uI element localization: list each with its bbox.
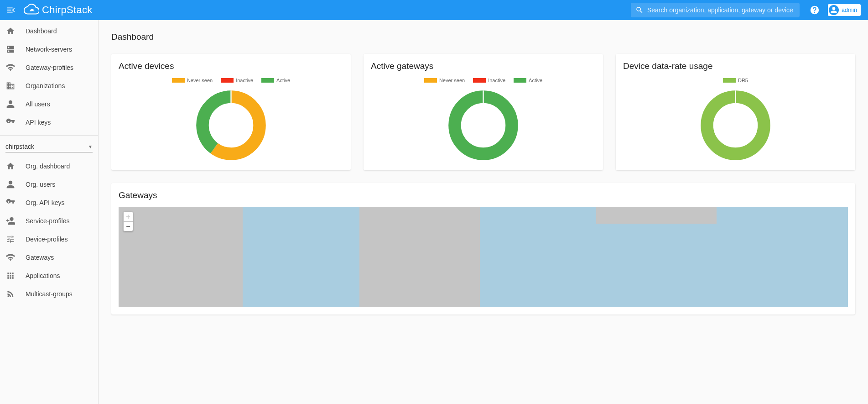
- data-rate-chart: [698, 88, 773, 163]
- sidebar-item-label: Applications: [26, 272, 60, 279]
- sidebar-item-all-users[interactable]: All users: [0, 95, 98, 113]
- legend-swatch: [723, 78, 736, 83]
- active-devices-card: Active devices Never seenInactiveActive: [111, 54, 351, 170]
- card-title: Gateways: [119, 190, 848, 200]
- brand-name: ChirpStack: [42, 4, 93, 16]
- sidebar-item-label: All users: [26, 100, 50, 108]
- card-title: Active devices: [119, 61, 343, 71]
- sidebar-item-applications[interactable]: Applications: [0, 267, 98, 285]
- svg-point-5: [707, 97, 764, 154]
- legend-label: Active: [529, 78, 542, 83]
- wifi-icon: [5, 63, 16, 72]
- legend-item: Active: [261, 78, 290, 83]
- gateways-map[interactable]: + −: [119, 207, 848, 307]
- zoom-in-button[interactable]: +: [123, 211, 133, 221]
- sidebar-item-label: Org. API keys: [26, 199, 65, 206]
- legend-label: Inactive: [488, 78, 505, 83]
- sidebar-item-dashboard[interactable]: Dashboard: [0, 22, 98, 40]
- legend-swatch: [172, 78, 185, 83]
- legend-label: Active: [276, 78, 290, 83]
- person-add-icon: [5, 216, 16, 226]
- legend-item: Never seen: [424, 78, 465, 83]
- sidebar-item-organizations[interactable]: Organizations: [0, 77, 98, 95]
- legend-label: DR5: [738, 78, 748, 83]
- org-selector[interactable]: chirpstack ▼: [0, 137, 98, 155]
- sidebar: DashboardNetwork-serversGateway-profiles…: [0, 20, 99, 404]
- sidebar-item-org-users[interactable]: Org. users: [0, 175, 98, 194]
- sidebar-item-org-dashboard[interactable]: Org. dashboard: [0, 157, 98, 175]
- person-icon: [5, 100, 16, 109]
- legend-swatch: [221, 78, 234, 83]
- rss-icon: [5, 289, 16, 299]
- tune-icon: [5, 235, 16, 244]
- legend-swatch: [514, 78, 526, 83]
- user-avatar-icon: [829, 5, 839, 15]
- sidebar-item-gateways[interactable]: Gateways: [0, 248, 98, 267]
- search-field[interactable]: [631, 3, 800, 17]
- page-title: Dashboard: [111, 32, 855, 42]
- org-selector-value: chirpstack: [5, 143, 34, 150]
- sidebar-item-org-api-keys[interactable]: Org. API keys: [0, 194, 98, 212]
- sidebar-divider: [0, 135, 98, 136]
- data-rate-card: Device data-rate usage DR5: [616, 54, 855, 170]
- user-chip[interactable]: admin: [828, 4, 861, 16]
- legend-swatch: [473, 78, 486, 83]
- legend-label: Never seen: [439, 78, 465, 83]
- gateways-map-card: Gateways + −: [111, 183, 855, 315]
- chart-legend: Never seenInactiveActive: [371, 78, 596, 83]
- home-icon: [5, 162, 16, 171]
- chart-legend: DR5: [623, 78, 848, 83]
- legend-label: Inactive: [236, 78, 253, 83]
- legend-item: DR5: [723, 78, 748, 83]
- main-content: Dashboard Active devices Never seenInact…: [99, 0, 868, 404]
- sidebar-item-api-keys[interactable]: API keys: [0, 113, 98, 131]
- sidebar-item-network-servers[interactable]: Network-servers: [0, 40, 98, 58]
- legend-swatch: [261, 78, 274, 83]
- sidebar-item-label: Multicast-groups: [26, 290, 73, 298]
- home-icon: [5, 26, 16, 36]
- domain-icon: [5, 81, 16, 90]
- key-icon: [5, 118, 16, 127]
- wifi-icon: [5, 253, 16, 262]
- dns-icon: [5, 45, 16, 54]
- sidebar-item-label: API keys: [26, 119, 51, 126]
- legend-item: Active: [514, 78, 542, 83]
- legend-item: Inactive: [221, 78, 253, 83]
- card-title: Device data-rate usage: [623, 61, 848, 71]
- sidebar-item-label: Service-profiles: [26, 217, 69, 225]
- active-gateways-card: Active gateways Never seenInactiveActive: [364, 54, 603, 170]
- sidebar-item-label: Dashboard: [26, 27, 57, 35]
- search-input[interactable]: [647, 6, 795, 14]
- sidebar-item-label: Gateways: [26, 254, 54, 261]
- svg-point-3: [455, 97, 512, 154]
- sidebar-item-label: Network-servers: [26, 46, 72, 53]
- sidebar-item-gateway-profiles[interactable]: Gateway-profiles: [0, 58, 98, 77]
- active-devices-chart: [193, 88, 269, 163]
- sidebar-item-label: Organizations: [26, 82, 65, 89]
- sidebar-item-service-profiles[interactable]: Service-profiles: [0, 212, 98, 230]
- legend-item: Inactive: [473, 78, 505, 83]
- active-gateways-chart: [446, 88, 521, 163]
- stats-cards-row: Active devices Never seenInactiveActive …: [111, 54, 855, 170]
- legend-item: Never seen: [172, 78, 213, 83]
- help-icon: [810, 5, 820, 15]
- top-app-bar: ChirpStack admin: [0, 0, 868, 20]
- cloud-logo-icon: [24, 4, 39, 16]
- sidebar-item-device-profiles[interactable]: Device-profiles: [0, 230, 98, 248]
- legend-swatch: [424, 78, 437, 83]
- key-icon: [5, 198, 16, 207]
- sidebar-item-multicast-groups[interactable]: Multicast-groups: [0, 285, 98, 303]
- brand-logo[interactable]: ChirpStack: [24, 4, 93, 16]
- help-button[interactable]: [810, 5, 820, 15]
- map-zoom-control: + −: [123, 211, 133, 231]
- apps-icon: [5, 271, 16, 280]
- chart-legend: Never seenInactiveActive: [119, 78, 343, 83]
- sidebar-item-label: Device-profiles: [26, 236, 68, 243]
- menu-toggle-button[interactable]: [3, 2, 19, 18]
- user-name: admin: [842, 7, 857, 13]
- person-icon: [5, 180, 16, 189]
- zoom-out-button[interactable]: −: [123, 221, 133, 231]
- chevron-down-icon: ▼: [88, 144, 93, 149]
- sidebar-item-label: Org. users: [26, 181, 55, 188]
- sidebar-item-label: Gateway-profiles: [26, 64, 73, 71]
